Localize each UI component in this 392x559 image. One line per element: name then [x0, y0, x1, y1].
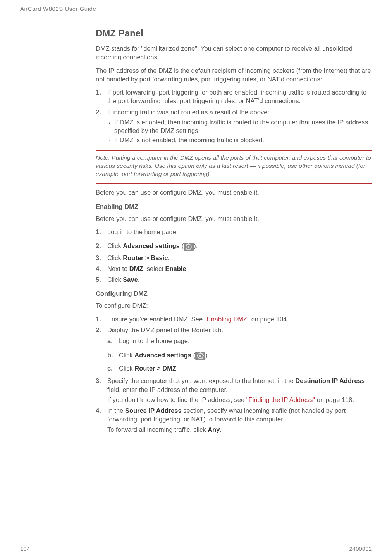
list-item-text: field, enter the IP address of the compu…: [107, 386, 228, 393]
subsection-heading: Configuring DMZ: [96, 290, 372, 297]
cross-ref-link[interactable]: "Enabling DMZ": [205, 316, 249, 323]
list-item-text: , select: [143, 265, 165, 272]
list-item: If incoming traffic was not routed as a …: [96, 108, 372, 145]
list-item: Click Advanced settings ().: [107, 351, 372, 360]
svg-line-7: [186, 244, 187, 245]
list-item-text: Click: [107, 276, 123, 283]
list-item-text: Next to: [107, 265, 129, 272]
list-item-text: (: [191, 352, 195, 359]
page-footer: 104 2400092: [20, 545, 372, 552]
list-item: Log in to the home page.: [107, 336, 372, 345]
svg-line-10: [186, 248, 187, 249]
gear-icon: [184, 242, 194, 251]
ui-label: Enable: [165, 265, 186, 272]
list-item-text: .: [220, 426, 222, 433]
svg-line-21: [198, 357, 199, 358]
list-item: Next to DMZ, select Enable.: [96, 264, 372, 273]
list-item: If DMZ is enabled, then incoming traffic…: [107, 118, 372, 135]
note-separator: [96, 183, 372, 184]
ui-label: DMZ: [129, 265, 143, 272]
list-item-text: Ensure you've enabled DMZ. See: [107, 316, 205, 323]
body-text: Before you can use or configure DMZ, you…: [96, 188, 372, 197]
ui-label: Source IP Address: [125, 407, 182, 414]
ui-label: Save: [123, 276, 138, 283]
main-content: DMZ Panel DMZ stands for "demilitarized …: [96, 28, 372, 434]
body-text: The IP address of the DMZ is the default…: [96, 66, 372, 84]
ordered-list: Ensure you've enabled DMZ. See "Enabling…: [96, 315, 372, 434]
list-item-text: If incoming traffic was not routed as a …: [107, 109, 269, 116]
ui-label: Router > Basic: [123, 254, 168, 261]
list-item-text: Specify the computer that you want expos…: [107, 377, 295, 384]
body-text: To configure DMZ:: [96, 301, 372, 310]
cross-ref-link[interactable]: "Finding the IP Address": [246, 396, 315, 403]
list-item-text: on page 104.: [249, 316, 289, 323]
list-item: Ensure you've enabled DMZ. See "Enabling…: [96, 315, 372, 323]
note-body: Putting a computer in the DMZ opens all …: [96, 154, 371, 177]
svg-line-18: [198, 353, 199, 354]
ui-label: Any: [208, 426, 220, 433]
list-item-text: .: [186, 265, 188, 272]
list-item: If port forwarding, port triggering, or …: [96, 88, 372, 105]
svg-line-8: [191, 248, 191, 249]
svg-point-2: [188, 246, 190, 248]
list-item-text: .: [138, 276, 140, 283]
list-item: Click Router > DMZ.: [107, 364, 372, 373]
list-item-text: .: [168, 254, 170, 261]
note-text: Note: Putting a computer in the DMZ open…: [96, 154, 372, 178]
ordered-list-alpha: Log in to the home page. Click Advanced …: [107, 336, 372, 373]
list-item: In the Source IP Address section, specif…: [96, 406, 372, 434]
list-item-text: Click: [119, 365, 134, 372]
list-item-text: on page 118.: [315, 396, 354, 403]
list-item: Display the DMZ panel of the Router tab.…: [96, 326, 372, 373]
ordered-list: Log in to the home page. Click Advanced …: [96, 228, 372, 284]
list-item: If DMZ is not enabled, the incoming traf…: [107, 136, 372, 144]
list-item: Click Save.: [96, 275, 372, 284]
ui-label: Advanced settings: [123, 242, 180, 249]
svg-point-13: [199, 355, 201, 357]
ui-label: Destination IP Address: [295, 377, 365, 384]
list-item-text: To forward all incoming traffic, click: [107, 426, 208, 433]
list-item: Click Router > Basic.: [96, 254, 372, 262]
subsection-heading: Enabling DMZ: [96, 203, 372, 210]
svg-line-9: [191, 244, 191, 245]
ui-label: Advanced settings: [134, 352, 191, 359]
body-text: DMZ stands for "demilitarized zone". You…: [96, 44, 372, 62]
body-text: Before you can use or configure DMZ, you…: [96, 214, 372, 223]
svg-line-20: [202, 353, 203, 354]
note-separator: [96, 150, 372, 151]
list-item-text: In the: [107, 407, 125, 414]
list-item-text: (: [180, 242, 184, 249]
ui-label: Router > DMZ: [134, 365, 176, 372]
bullet-list: If DMZ is enabled, then incoming traffic…: [107, 118, 372, 145]
list-item-text: ).: [194, 242, 198, 249]
list-item-text: .: [176, 365, 178, 372]
list-item-text: If you don't know how to find the IP add…: [107, 396, 246, 403]
list-item-text: Click: [107, 242, 123, 249]
list-item-text: Click: [119, 352, 134, 359]
header-rule: [20, 14, 372, 14]
doc-title-header: AirCard W802S User Guide: [20, 5, 372, 12]
doc-number: 2400092: [349, 545, 372, 552]
list-item-text: Display the DMZ panel of the Router tab.: [107, 326, 223, 333]
list-item-text: Click: [107, 254, 123, 261]
ordered-list: If port forwarding, port triggering, or …: [96, 88, 372, 145]
section-heading: DMZ Panel: [96, 28, 372, 39]
page-number: 104: [20, 545, 30, 552]
list-item: Specify the computer that you want expos…: [96, 376, 372, 404]
svg-line-19: [202, 357, 203, 358]
list-item-text: ).: [205, 352, 209, 359]
note-label: Note:: [96, 154, 112, 161]
list-item: Log in to the home page.: [96, 228, 372, 236]
list-item: Click Advanced settings ().: [96, 242, 372, 251]
gear-icon: [195, 351, 205, 360]
